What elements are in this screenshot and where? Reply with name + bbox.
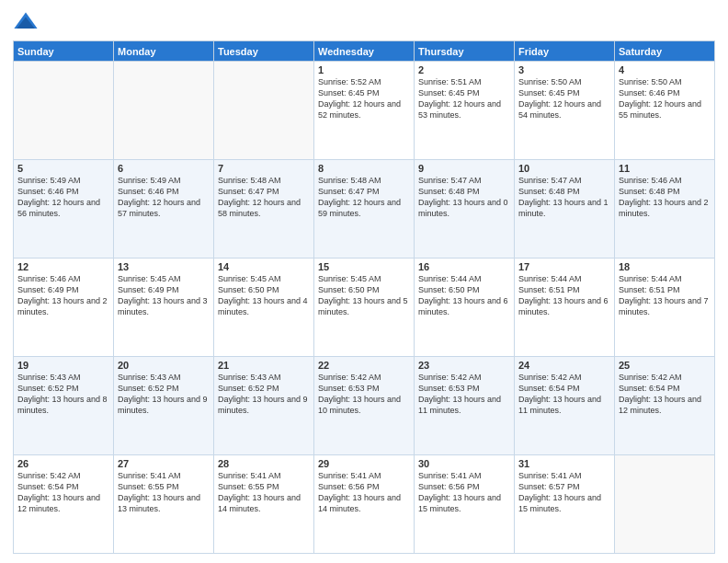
day-info: Sunrise: 5:43 AM Sunset: 6:52 PM Dayligh… bbox=[17, 372, 109, 417]
calendar-cell: 21Sunrise: 5:43 AM Sunset: 6:52 PM Dayli… bbox=[214, 357, 314, 455]
day-number: 24 bbox=[518, 360, 610, 371]
calendar-week-5: 26Sunrise: 5:42 AM Sunset: 6:54 PM Dayli… bbox=[14, 455, 715, 554]
day-number: 2 bbox=[418, 64, 510, 75]
day-info: Sunrise: 5:41 AM Sunset: 6:55 PM Dayligh… bbox=[118, 470, 210, 515]
day-info: Sunrise: 5:45 AM Sunset: 6:50 PM Dayligh… bbox=[218, 273, 310, 318]
calendar-cell bbox=[214, 62, 314, 160]
calendar-cell: 16Sunrise: 5:44 AM Sunset: 6:50 PM Dayli… bbox=[415, 259, 515, 357]
day-info: Sunrise: 5:46 AM Sunset: 6:49 PM Dayligh… bbox=[17, 273, 109, 318]
calendar-cell: 27Sunrise: 5:41 AM Sunset: 6:55 PM Dayli… bbox=[114, 455, 214, 554]
day-info: Sunrise: 5:45 AM Sunset: 6:49 PM Dayligh… bbox=[118, 273, 210, 318]
day-info: Sunrise: 5:44 AM Sunset: 6:51 PM Dayligh… bbox=[619, 273, 711, 318]
day-info: Sunrise: 5:50 AM Sunset: 6:46 PM Dayligh… bbox=[619, 76, 711, 121]
calendar-cell: 8Sunrise: 5:48 AM Sunset: 6:47 PM Daylig… bbox=[314, 160, 415, 259]
calendar-week-2: 5Sunrise: 5:49 AM Sunset: 6:46 PM Daylig… bbox=[14, 160, 715, 259]
calendar-cell: 30Sunrise: 5:41 AM Sunset: 6:56 PM Dayli… bbox=[415, 455, 515, 554]
day-info: Sunrise: 5:48 AM Sunset: 6:47 PM Dayligh… bbox=[318, 175, 410, 220]
day-info: Sunrise: 5:49 AM Sunset: 6:46 PM Dayligh… bbox=[118, 175, 210, 220]
calendar-cell: 28Sunrise: 5:41 AM Sunset: 6:55 PM Dayli… bbox=[214, 455, 314, 554]
calendar-cell bbox=[14, 62, 114, 160]
calendar-week-4: 19Sunrise: 5:43 AM Sunset: 6:52 PM Dayli… bbox=[14, 357, 715, 455]
day-number: 30 bbox=[418, 458, 510, 469]
day-info: Sunrise: 5:43 AM Sunset: 6:52 PM Dayligh… bbox=[118, 372, 210, 417]
calendar-cell: 5Sunrise: 5:49 AM Sunset: 6:46 PM Daylig… bbox=[14, 160, 114, 259]
header bbox=[13, 9, 715, 35]
day-number: 26 bbox=[17, 458, 109, 469]
day-number: 15 bbox=[318, 261, 410, 272]
calendar-cell bbox=[615, 455, 715, 554]
weekday-header-monday: Monday bbox=[114, 41, 214, 62]
calendar-cell: 19Sunrise: 5:43 AM Sunset: 6:52 PM Dayli… bbox=[14, 357, 114, 455]
day-number: 19 bbox=[17, 360, 109, 371]
day-info: Sunrise: 5:42 AM Sunset: 6:53 PM Dayligh… bbox=[418, 372, 510, 417]
calendar-cell: 2Sunrise: 5:51 AM Sunset: 6:45 PM Daylig… bbox=[415, 62, 515, 160]
calendar-cell: 4Sunrise: 5:50 AM Sunset: 6:46 PM Daylig… bbox=[615, 62, 715, 160]
calendar-header-row: SundayMondayTuesdayWednesdayThursdayFrid… bbox=[14, 41, 715, 62]
calendar-cell: 15Sunrise: 5:45 AM Sunset: 6:50 PM Dayli… bbox=[314, 259, 415, 357]
day-info: Sunrise: 5:47 AM Sunset: 6:48 PM Dayligh… bbox=[518, 175, 610, 220]
day-number: 7 bbox=[218, 163, 310, 174]
day-number: 6 bbox=[118, 163, 210, 174]
calendar-cell bbox=[114, 62, 214, 160]
calendar-cell: 31Sunrise: 5:41 AM Sunset: 6:57 PM Dayli… bbox=[515, 455, 615, 554]
day-number: 18 bbox=[619, 261, 711, 272]
calendar-cell: 9Sunrise: 5:47 AM Sunset: 6:48 PM Daylig… bbox=[415, 160, 515, 259]
day-number: 12 bbox=[17, 261, 109, 272]
day-number: 1 bbox=[318, 64, 410, 75]
day-info: Sunrise: 5:41 AM Sunset: 6:56 PM Dayligh… bbox=[318, 470, 410, 515]
calendar-cell: 12Sunrise: 5:46 AM Sunset: 6:49 PM Dayli… bbox=[14, 259, 114, 357]
calendar-cell: 18Sunrise: 5:44 AM Sunset: 6:51 PM Dayli… bbox=[615, 259, 715, 357]
logo-icon bbox=[13, 9, 39, 35]
calendar-cell: 6Sunrise: 5:49 AM Sunset: 6:46 PM Daylig… bbox=[114, 160, 214, 259]
day-number: 22 bbox=[318, 360, 410, 371]
calendar-cell: 22Sunrise: 5:42 AM Sunset: 6:53 PM Dayli… bbox=[314, 357, 415, 455]
day-info: Sunrise: 5:41 AM Sunset: 6:56 PM Dayligh… bbox=[418, 470, 510, 515]
day-number: 17 bbox=[518, 261, 610, 272]
calendar-week-3: 12Sunrise: 5:46 AM Sunset: 6:49 PM Dayli… bbox=[14, 259, 715, 357]
weekday-header-saturday: Saturday bbox=[615, 41, 715, 62]
day-number: 16 bbox=[418, 261, 510, 272]
calendar-cell: 23Sunrise: 5:42 AM Sunset: 6:53 PM Dayli… bbox=[415, 357, 515, 455]
calendar-cell: 10Sunrise: 5:47 AM Sunset: 6:48 PM Dayli… bbox=[515, 160, 615, 259]
day-number: 31 bbox=[518, 458, 610, 469]
day-info: Sunrise: 5:42 AM Sunset: 6:54 PM Dayligh… bbox=[17, 470, 109, 515]
day-info: Sunrise: 5:42 AM Sunset: 6:54 PM Dayligh… bbox=[518, 372, 610, 417]
day-number: 27 bbox=[118, 458, 210, 469]
day-number: 11 bbox=[619, 163, 711, 174]
day-number: 21 bbox=[218, 360, 310, 371]
day-number: 23 bbox=[418, 360, 510, 371]
calendar-cell: 3Sunrise: 5:50 AM Sunset: 6:45 PM Daylig… bbox=[515, 62, 615, 160]
day-info: Sunrise: 5:41 AM Sunset: 6:55 PM Dayligh… bbox=[218, 470, 310, 515]
day-info: Sunrise: 5:42 AM Sunset: 6:54 PM Dayligh… bbox=[619, 372, 711, 417]
calendar-table: SundayMondayTuesdayWednesdayThursdayFrid… bbox=[13, 40, 715, 554]
day-number: 4 bbox=[619, 64, 711, 75]
logo bbox=[13, 9, 42, 35]
weekday-header-wednesday: Wednesday bbox=[314, 41, 415, 62]
calendar-cell: 24Sunrise: 5:42 AM Sunset: 6:54 PM Dayli… bbox=[515, 357, 615, 455]
calendar-cell: 26Sunrise: 5:42 AM Sunset: 6:54 PM Dayli… bbox=[14, 455, 114, 554]
calendar-cell: 13Sunrise: 5:45 AM Sunset: 6:49 PM Dayli… bbox=[114, 259, 214, 357]
day-info: Sunrise: 5:47 AM Sunset: 6:48 PM Dayligh… bbox=[418, 175, 510, 220]
weekday-header-thursday: Thursday bbox=[415, 41, 515, 62]
day-number: 5 bbox=[17, 163, 109, 174]
day-number: 14 bbox=[218, 261, 310, 272]
day-info: Sunrise: 5:44 AM Sunset: 6:50 PM Dayligh… bbox=[418, 273, 510, 318]
calendar-cell: 25Sunrise: 5:42 AM Sunset: 6:54 PM Dayli… bbox=[615, 357, 715, 455]
day-info: Sunrise: 5:52 AM Sunset: 6:45 PM Dayligh… bbox=[318, 76, 410, 121]
calendar-cell: 14Sunrise: 5:45 AM Sunset: 6:50 PM Dayli… bbox=[214, 259, 314, 357]
day-number: 25 bbox=[619, 360, 711, 371]
calendar-cell: 11Sunrise: 5:46 AM Sunset: 6:48 PM Dayli… bbox=[615, 160, 715, 259]
day-info: Sunrise: 5:49 AM Sunset: 6:46 PM Dayligh… bbox=[17, 175, 109, 220]
calendar-cell: 17Sunrise: 5:44 AM Sunset: 6:51 PM Dayli… bbox=[515, 259, 615, 357]
day-number: 28 bbox=[218, 458, 310, 469]
day-info: Sunrise: 5:48 AM Sunset: 6:47 PM Dayligh… bbox=[218, 175, 310, 220]
day-number: 10 bbox=[518, 163, 610, 174]
day-info: Sunrise: 5:44 AM Sunset: 6:51 PM Dayligh… bbox=[518, 273, 610, 318]
weekday-header-sunday: Sunday bbox=[14, 41, 114, 62]
day-info: Sunrise: 5:50 AM Sunset: 6:45 PM Dayligh… bbox=[518, 76, 610, 121]
page: SundayMondayTuesdayWednesdayThursdayFrid… bbox=[0, 0, 728, 563]
calendar-week-1: 1Sunrise: 5:52 AM Sunset: 6:45 PM Daylig… bbox=[14, 62, 715, 160]
calendar-cell: 1Sunrise: 5:52 AM Sunset: 6:45 PM Daylig… bbox=[314, 62, 415, 160]
day-info: Sunrise: 5:43 AM Sunset: 6:52 PM Dayligh… bbox=[218, 372, 310, 417]
weekday-header-friday: Friday bbox=[515, 41, 615, 62]
